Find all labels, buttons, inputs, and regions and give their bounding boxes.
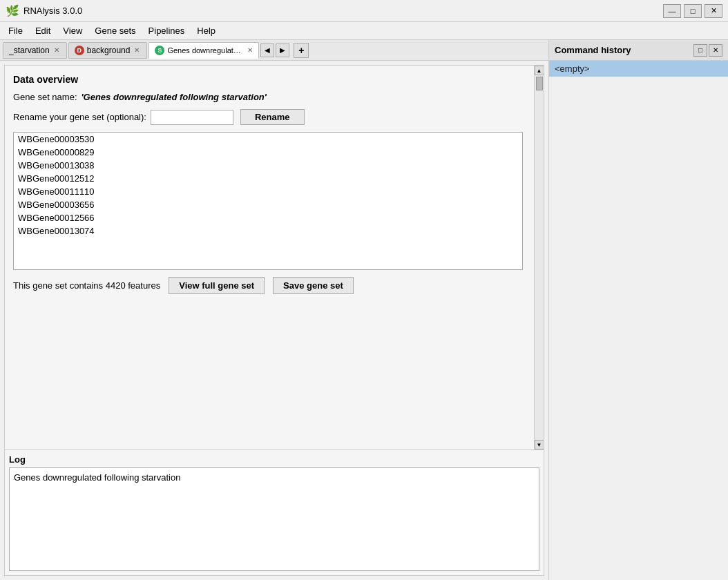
menu-view[interactable]: View <box>57 24 88 37</box>
view-full-gene-set-button[interactable]: View full gene set <box>169 277 265 294</box>
main-panel: ▲ ▼ Data overview Gene set name: 'Genes … <box>4 65 544 576</box>
tab-bar: _starvation ✕ D background ✕ S Genes dow… <box>0 40 548 61</box>
tab-background-icon: D <box>75 46 84 55</box>
rename-input[interactable] <box>151 110 233 125</box>
data-overview-section: ▲ ▼ Data overview Gene set name: 'Genes … <box>5 66 544 450</box>
command-history-title: Command history <box>555 45 631 55</box>
log-content: Genes downregulated following starvation <box>9 467 539 571</box>
features-row: This gene set contains 4420 features Vie… <box>13 277 523 294</box>
gene-item-5: WBGene00003656 <box>14 198 522 211</box>
menu-bar: File Edit View Gene sets Pipelines Help <box>0 22 728 40</box>
command-history-close-button[interactable]: ✕ <box>709 44 722 57</box>
scroll-thumb <box>536 77 543 90</box>
gene-set-name-row: Gene set name: 'Genes downregulated foll… <box>13 92 523 102</box>
tab-background[interactable]: D background ✕ <box>68 42 148 59</box>
command-history-header: Command history □ ✕ <box>549 40 728 61</box>
close-button[interactable]: ✕ <box>705 4 722 18</box>
rename-label: Rename your gene set (optional): <box>13 112 146 122</box>
log-section: Log Genes downregulated following starva… <box>5 450 544 575</box>
gene-item-1: WBGene00000829 <box>14 146 522 159</box>
features-count-text: This gene set contains 4420 features <box>13 280 160 291</box>
menu-edit[interactable]: Edit <box>30 24 56 37</box>
tab-starvation-close[interactable]: ✕ <box>52 46 61 55</box>
tab-starvation-label: _starvation <box>9 46 50 55</box>
main-panel-scrollbar[interactable]: ▲ ▼ <box>534 66 544 450</box>
gene-item-3: WBGene00012512 <box>14 172 522 185</box>
tab-next-button[interactable]: ▶ <box>276 44 289 57</box>
gene-item-4: WBGene00011110 <box>14 185 522 198</box>
main-layout: _starvation ✕ D background ✕ S Genes dow… <box>0 40 728 580</box>
title-bar: 🌿 RNAlysis 3.0.0 — □ ✕ <box>0 0 728 22</box>
tab-add-button[interactable]: + <box>294 43 309 58</box>
tab-background-label: background <box>87 46 131 55</box>
tab-genes-icon: S <box>155 46 164 55</box>
gene-list[interactable]: WBGene00003530 WBGene00000829 WBGene0001… <box>13 132 523 270</box>
rename-row: Rename your gene set (optional): Rename <box>13 109 523 125</box>
history-item-0: <empty> <box>549 61 728 77</box>
log-text: Genes downregulated following starvation <box>14 472 180 483</box>
tab-prev-button[interactable]: ◀ <box>260 44 274 57</box>
scroll-track <box>535 75 544 440</box>
scroll-down-arrow[interactable]: ▼ <box>535 440 544 450</box>
command-history-float-button[interactable]: □ <box>693 44 707 57</box>
menu-help[interactable]: Help <box>191 24 221 37</box>
tab-genes-label: Genes downregulated following starvation <box>167 46 245 55</box>
gene-set-name-label: Gene set name: <box>13 92 77 102</box>
gene-item-0: WBGene00003530 <box>14 133 522 146</box>
tab-background-close[interactable]: ✕ <box>133 46 141 55</box>
data-overview-title: Data overview <box>13 74 523 85</box>
tab-genes-close[interactable]: ✕ <box>247 46 253 55</box>
app-icon: 🌿 <box>6 4 19 17</box>
save-gene-set-button[interactable]: Save gene set <box>273 277 354 294</box>
log-title: Log <box>9 454 539 465</box>
gene-item-2: WBGene00013038 <box>14 159 522 172</box>
tab-starvation[interactable]: _starvation ✕ <box>3 42 67 59</box>
app-title: RNAlysis 3.0.0 <box>23 6 82 16</box>
gene-set-name-value: 'Genes downregulated following starvatio… <box>82 92 267 102</box>
tab-genes-downregulated[interactable]: S Genes downregulated following starvati… <box>149 42 259 59</box>
right-panel: Command history □ ✕ <empty> <box>548 40 728 580</box>
scroll-up-arrow[interactable]: ▲ <box>535 66 544 75</box>
menu-file[interactable]: File <box>3 24 28 37</box>
rename-button[interactable]: Rename <box>240 109 305 125</box>
maximize-button[interactable]: □ <box>684 4 702 18</box>
content-area: _starvation ✕ D background ✕ S Genes dow… <box>0 40 548 580</box>
menu-gene-sets[interactable]: Gene sets <box>89 24 141 37</box>
menu-pipelines[interactable]: Pipelines <box>143 24 191 37</box>
gene-item-7: WBGene00013074 <box>14 224 522 238</box>
minimize-button[interactable]: — <box>663 4 681 18</box>
gene-item-6: WBGene00012566 <box>14 211 522 224</box>
